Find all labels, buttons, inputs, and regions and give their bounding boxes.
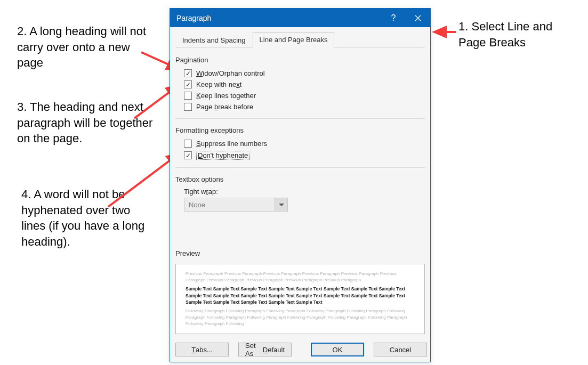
- tab-line-page-breaks[interactable]: Line and Page Breaks: [253, 32, 335, 47]
- checkbox-label: Keep with next: [196, 80, 241, 88]
- divider: [175, 118, 425, 119]
- select-value: None: [189, 201, 205, 209]
- help-button[interactable]: ?: [381, 9, 406, 27]
- preview-sample: Sample Text Sample Text Sample Text Samp…: [186, 286, 415, 306]
- titlebar: Paragraph ?: [170, 9, 430, 27]
- annotation-3: 3. The heading and next paragraph will b…: [17, 99, 166, 147]
- annotation-1: 1. Select Line and Page Breaks: [458, 19, 581, 50]
- preview-next: Following Paragraph Following Paragraph …: [186, 308, 415, 327]
- option-keep-lines-together[interactable]: Keep lines together: [184, 92, 425, 100]
- preview-box: Previous Paragraph Previous Paragraph Pr…: [175, 264, 425, 334]
- tabs-button[interactable]: Tabs...: [175, 343, 229, 356]
- preview-prev: Previous Paragraph Previous Paragraph Pr…: [186, 271, 415, 283]
- section-formatting: Formatting exceptions: [175, 126, 425, 134]
- tab-indents-spacing[interactable]: Indents and Spacing: [175, 33, 253, 47]
- cancel-button[interactable]: Cancel: [374, 343, 427, 356]
- checkbox-label: Page break before: [196, 103, 253, 111]
- tab-label: Line and Page Breaks: [260, 36, 328, 44]
- set-default-button[interactable]: Set As Default: [238, 343, 292, 356]
- checkbox-icon: [184, 92, 192, 100]
- option-keep-with-next[interactable]: ✓ Keep with next: [184, 80, 425, 88]
- tabstrip: Indents and Spacing Line and Page Breaks: [175, 31, 425, 47]
- ok-button[interactable]: OK: [311, 343, 364, 356]
- button-row: Tabs... Set As Default OK Cancel: [175, 339, 425, 356]
- checkbox-icon: ✓: [184, 151, 192, 159]
- close-button[interactable]: [406, 9, 430, 27]
- checkbox-icon: ✓: [184, 80, 192, 88]
- dropdown-button[interactable]: [275, 198, 287, 211]
- paragraph-dialog: Paragraph ? Indents and Spacing Line and…: [170, 8, 431, 362]
- divider: [175, 167, 425, 168]
- annotation-4: 4. A word will not be hyphenated over tw…: [21, 186, 149, 250]
- dialog-body: Indents and Spacing Line and Page Breaks…: [170, 27, 430, 362]
- close-icon: [415, 15, 421, 21]
- section-textbox: Textbox options: [175, 175, 425, 183]
- section-preview: Preview: [175, 249, 425, 257]
- annotation-2: 2. A long heading will not carry over on…: [17, 23, 148, 71]
- checkbox-icon: [184, 140, 192, 148]
- chevron-down-icon: [279, 204, 284, 206]
- option-page-break-before[interactable]: Page break before: [184, 103, 425, 111]
- tab-label: Indents and Spacing: [182, 36, 246, 44]
- checkbox-label: Keep lines together: [196, 92, 256, 100]
- dialog-title: Paragraph: [176, 14, 381, 22]
- section-pagination: Pagination: [175, 56, 425, 64]
- option-suppress-line-numbers[interactable]: Suppress line numbers: [184, 140, 425, 148]
- checkbox-icon: [184, 103, 192, 111]
- checkbox-label: Don't hyphenate: [196, 151, 249, 160]
- option-dont-hyphenate[interactable]: ✓ Don't hyphenate: [184, 151, 425, 160]
- tight-wrap-label: Tight wrap:: [184, 188, 425, 196]
- checkbox-icon: ✓: [184, 69, 192, 77]
- option-widow-orphan[interactable]: ✓ Widow/Orphan control: [184, 69, 425, 77]
- checkbox-label: Suppress line numbers: [196, 140, 267, 148]
- tight-wrap-select[interactable]: None: [184, 198, 288, 212]
- checkbox-label: Widow/Orphan control: [196, 69, 265, 77]
